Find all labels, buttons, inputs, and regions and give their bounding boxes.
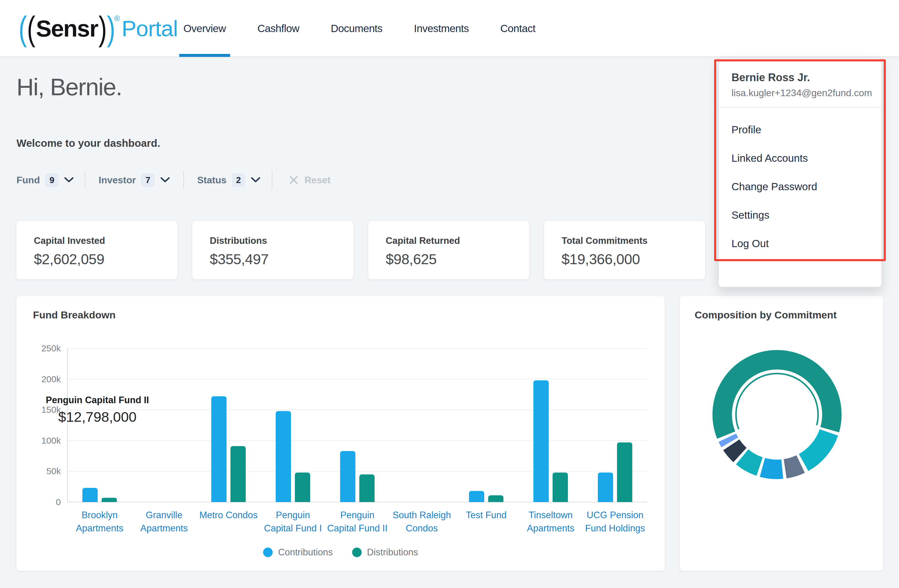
reset-label: Reset <box>304 174 331 186</box>
x-axis-label-brooklyn-apartments[interactable]: Brooklyn <box>82 510 118 520</box>
composition-card: Composition by Commitment <box>680 296 883 571</box>
stat-value: $98,625 <box>386 251 529 267</box>
logo-paren: ( <box>27 11 36 45</box>
x-axis-label-test-fund[interactable]: Test Fund <box>466 510 507 520</box>
stat-card-capital-returned: Capital Returned$98,625 <box>368 221 529 279</box>
user-name: Bernie Ross Jr. <box>732 71 869 84</box>
chevron-down-icon <box>64 177 74 183</box>
bar-contributions-penguin-capital-fund-i[interactable] <box>276 411 291 502</box>
reset-filters-button[interactable]: Reset <box>288 170 331 190</box>
page-subtitle: Welcome to your dashboard. <box>17 137 160 149</box>
x-axis-label-penguin-capital-fund-ii[interactable]: Capital Fund II <box>327 523 388 534</box>
fund-breakdown-chart: 050k100k150k200k250kBrooklynApartmentsGr… <box>17 296 665 571</box>
top-header: ( ( Sensr ) ) ® Portal OverviewCashflowD… <box>0 0 899 57</box>
bar-contributions-metro-condos[interactable] <box>211 396 227 502</box>
chevron-down-icon <box>250 177 261 183</box>
page-title: Hi, Bernie. <box>17 73 122 101</box>
bar-distributions-test-fund[interactable] <box>488 495 504 502</box>
selected-fund-value: $12,798,000 <box>25 409 169 425</box>
user-menu-list: ProfileLinked AccountsChange PasswordSet… <box>719 108 881 265</box>
donut-segment-1[interactable] <box>804 432 829 463</box>
x-axis-label-ucg-pension-fund-holdings[interactable]: UCG Pension <box>587 510 644 520</box>
user-email: lisa.kugler+1234@gen2fund.com <box>732 88 869 99</box>
legend-item-distributions[interactable]: Distributions <box>352 547 418 558</box>
bar-contributions-test-fund[interactable] <box>469 491 484 502</box>
x-axis-label-brooklyn-apartments[interactable]: Apartments <box>76 523 124 534</box>
legend-label: Distributions <box>367 547 418 558</box>
nav-item-overview[interactable]: Overview <box>184 0 226 57</box>
donut-selected-highlight-ring <box>736 373 818 429</box>
bar-contributions-tinseltown-apartments[interactable] <box>533 380 549 502</box>
donut-segment-2[interactable] <box>785 464 801 469</box>
x-axis-label-penguin-capital-fund-i[interactable]: Capital Fund I <box>264 523 322 534</box>
filter-count-badge: 2 <box>232 173 245 187</box>
filter-label: Status <box>197 174 227 186</box>
bar-distributions-tinseltown-apartments[interactable] <box>553 473 568 502</box>
filter-divider <box>184 171 184 189</box>
filter-count-badge: 9 <box>45 173 59 187</box>
chart-legend: ContributionsDistributions <box>17 547 665 558</box>
x-axis-label-ucg-pension-fund-holdings[interactable]: Fund Holdings <box>585 523 645 534</box>
nav-item-cashflow[interactable]: Cashflow <box>257 0 300 57</box>
x-axis-label-south-raleigh-condos[interactable]: Condos <box>406 523 438 534</box>
donut-segment-4[interactable] <box>742 457 760 466</box>
x-axis-label-granville-apartments[interactable]: Granville <box>146 510 182 520</box>
filter-divider <box>272 171 272 189</box>
stat-card-total-commitments: Total Commitments$19,366,000 <box>544 221 705 279</box>
stat-card-distributions: Distributions$355,497 <box>192 221 353 279</box>
composition-donut-chart <box>680 296 883 571</box>
sensr-portal-logo[interactable]: ( ( Sensr ) ) ® Portal <box>19 0 178 57</box>
filter-investor[interactable]: Investor7 <box>99 170 170 190</box>
stat-value: $355,497 <box>210 251 353 267</box>
x-axis-label-tinseltown-apartments[interactable]: Tinseltown <box>528 510 573 520</box>
donut-segment-3[interactable] <box>762 467 782 469</box>
x-axis-label-metro-condos[interactable]: Metro Condos <box>199 510 258 520</box>
bar-distributions-ucg-pension-fund-holdings[interactable] <box>617 443 632 502</box>
filter-divider <box>85 171 85 189</box>
menu-item-change-password[interactable]: Change Password <box>719 172 881 201</box>
chevron-down-icon <box>160 177 170 183</box>
user-dropdown-menu: Bernie Ross Jr. lisa.kugler+1234@gen2fun… <box>719 59 881 287</box>
filter-count-badge: 7 <box>141 173 154 187</box>
x-axis-label-penguin-capital-fund-ii[interactable]: Penguin <box>340 510 375 520</box>
stat-value: $2,602,059 <box>34 251 178 267</box>
nav-item-investments[interactable]: Investments <box>414 0 469 57</box>
bar-distributions-metro-condos[interactable] <box>230 446 246 502</box>
y-axis-tick: 100k <box>41 435 61 445</box>
registered-trademark: ® <box>114 14 120 23</box>
x-axis-label-south-raleigh-condos[interactable]: South Raleigh <box>392 510 451 520</box>
nav-item-documents[interactable]: Documents <box>331 0 383 57</box>
bar-distributions-penguin-capital-fund-ii[interactable] <box>359 474 375 502</box>
donut-segment-5[interactable] <box>731 445 740 455</box>
x-axis-label-granville-apartments[interactable]: Apartments <box>140 523 188 534</box>
legend-dot <box>263 548 273 557</box>
legend-dot <box>352 548 362 557</box>
donut-center-label: Penguin Capital Fund II $12,798,000 <box>25 395 169 425</box>
nav-item-contact[interactable]: Contact <box>500 0 536 57</box>
stat-label: Distributions <box>210 235 353 246</box>
legend-item-contributions[interactable]: Contributions <box>263 547 333 558</box>
filter-label: Investor <box>99 174 136 186</box>
menu-item-log-out[interactable]: Log Out <box>719 229 881 258</box>
logo-paren: ) <box>99 11 107 45</box>
bar-contributions-penguin-capital-fund-ii[interactable] <box>340 451 355 502</box>
x-axis-label-penguin-capital-fund-i[interactable]: Penguin <box>276 510 310 520</box>
menu-item-settings[interactable]: Settings <box>719 201 881 229</box>
x-axis-label-tinseltown-apartments[interactable]: Apartments <box>527 523 575 534</box>
menu-item-linked-accounts[interactable]: Linked Accounts <box>719 144 881 172</box>
bar-distributions-penguin-capital-fund-i[interactable] <box>295 473 310 502</box>
main-nav: OverviewCashflowDocumentsInvestmentsCont… <box>184 0 536 57</box>
donut-segment-penguin-capital-fund-ii[interactable] <box>722 360 832 435</box>
donut-segment-6[interactable] <box>727 438 730 443</box>
filter-fund[interactable]: Fund9 <box>17 170 74 190</box>
bar-contributions-brooklyn-apartments[interactable] <box>82 488 98 502</box>
stat-label: Capital Invested <box>34 235 178 246</box>
bar-contributions-ucg-pension-fund-holdings[interactable] <box>598 473 613 502</box>
stat-card-capital-invested: Capital Invested$2,602,059 <box>17 221 178 279</box>
menu-item-profile[interactable]: Profile <box>719 115 881 144</box>
bar-distributions-brooklyn-apartments[interactable] <box>102 498 117 502</box>
stat-value: $19,366,000 <box>562 251 705 267</box>
logo-brand-text: Sensr <box>36 15 98 42</box>
y-axis-tick: 50k <box>46 466 61 476</box>
filter-status[interactable]: Status2 <box>197 170 261 190</box>
